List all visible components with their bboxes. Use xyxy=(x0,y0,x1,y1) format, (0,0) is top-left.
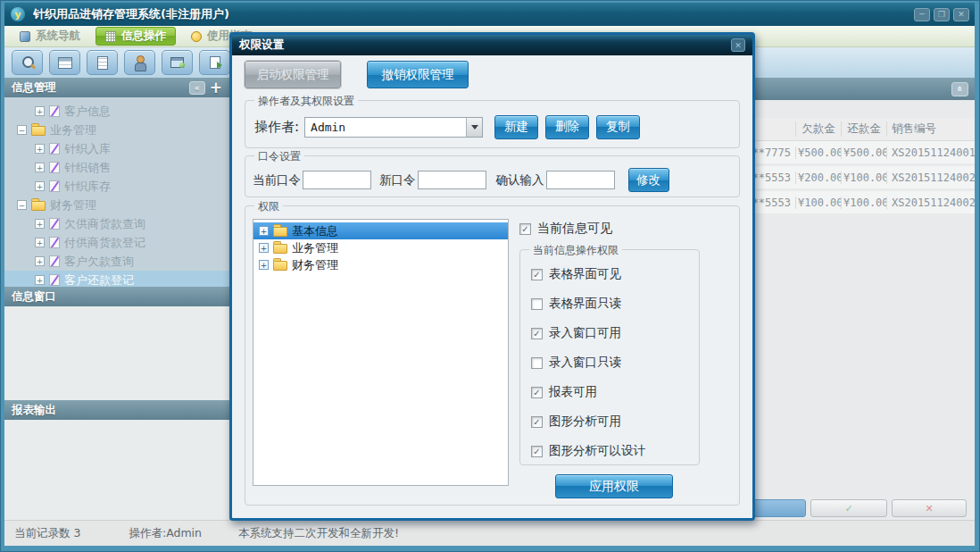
grid-icon xyxy=(105,31,116,42)
tab-system-nav[interactable]: 系统导航 xyxy=(11,27,89,46)
checkbox-icon xyxy=(519,223,531,235)
panel-collapse-button[interactable]: « xyxy=(951,82,968,96)
expander-icon[interactable] xyxy=(35,256,45,266)
dialog-titlebar: 权限设置 ✕ xyxy=(232,35,752,55)
checkbox-icon xyxy=(531,357,543,369)
export-button[interactable] xyxy=(199,50,230,75)
folder-icon xyxy=(273,227,287,237)
operator-group: 操作者及其权限设置 操作者: Admin 新建 删除 复制 xyxy=(245,100,740,148)
new-password-field[interactable] xyxy=(418,171,486,189)
user-icon xyxy=(132,54,148,71)
sidebar-collapse-button[interactable]: « xyxy=(189,81,205,95)
tree-item-knit-stock[interactable]: 针织库存 xyxy=(4,177,229,196)
perm-tree-finance-mgmt[interactable]: 财务管理 xyxy=(253,256,508,273)
window-icon xyxy=(170,57,184,68)
expander-icon[interactable] xyxy=(17,200,27,210)
tree-item-label: 欠供商货款查询 xyxy=(64,216,145,232)
checkbox-label: 当前信息可见 xyxy=(537,221,612,237)
column-sales-number: 销售编号 xyxy=(886,121,975,137)
expander-icon[interactable] xyxy=(17,125,27,135)
tree-folder-finance-mgmt[interactable]: 财务管理 xyxy=(4,196,229,214)
checkbox-grid-visible[interactable]: 表格界面可见 xyxy=(531,266,688,282)
new-operator-button[interactable]: 新建 xyxy=(494,115,538,139)
checkbox-icon xyxy=(531,328,543,339)
apply-permission-button[interactable]: 应用权限 xyxy=(555,474,673,498)
checkbox-grid-readonly[interactable]: 表格界面只读 xyxy=(531,296,688,312)
tree-item-supplier-debt-query[interactable]: 欠供商货款查询 xyxy=(4,214,229,233)
expander-icon[interactable] xyxy=(35,275,45,285)
table-icon xyxy=(58,57,72,69)
tree-item-customer-info[interactable]: 客户信息 xyxy=(4,102,229,121)
tree-item-label: 业务管理 xyxy=(50,122,96,138)
sidebar-header-info-mgmt: 信息管理 « + xyxy=(4,78,229,97)
column-debt-amount: 欠款金 xyxy=(795,121,841,137)
start-permission-button[interactable]: 启动权限管理 xyxy=(245,61,341,88)
folder-icon xyxy=(31,126,46,136)
sidebar-header-report-output: 报表输出 xyxy=(4,400,229,420)
operator-select[interactable]: Admin xyxy=(304,117,483,138)
checkbox-info-visible[interactable]: 当前信息可见 xyxy=(519,221,732,237)
tree-item-customer-debt-query[interactable]: 客户欠款查询 xyxy=(4,252,229,271)
tree-item-knit-sales[interactable]: 针织销售 xyxy=(4,158,229,177)
table-view-button[interactable] xyxy=(49,50,80,75)
modify-password-button[interactable]: 修改 xyxy=(628,168,669,192)
expander-icon[interactable] xyxy=(35,238,45,247)
revoke-permission-button[interactable]: 撤销权限管理 xyxy=(367,61,469,88)
record-count: 当前记录数 3 xyxy=(14,526,80,541)
checkbox-chart-usable[interactable]: 图形分析可用 xyxy=(531,414,688,430)
perm-tree-basic-info[interactable]: 基本信息 xyxy=(253,222,508,239)
tree-item-supplier-payment-reg[interactable]: 付供商货款登记 xyxy=(4,233,229,252)
expander-icon[interactable] xyxy=(35,219,45,229)
checkbox-entry-usable[interactable]: 录入窗口可用 xyxy=(531,325,688,341)
operator-label: 操作者: xyxy=(254,119,299,136)
search-icon xyxy=(20,54,36,71)
restore-button[interactable]: ❐ xyxy=(934,8,950,21)
operator-group-label: 操作者及其权限设置 xyxy=(254,94,358,109)
search-button[interactable] xyxy=(12,50,43,75)
user-button[interactable] xyxy=(124,50,155,75)
dialog-close-button[interactable]: ✕ xyxy=(731,38,745,52)
checkbox-entry-readonly[interactable]: 录入窗口只读 xyxy=(531,355,688,371)
current-operator: 操作者:Admin xyxy=(129,526,202,541)
operator-value: Admin xyxy=(305,121,466,134)
copy-operator-button[interactable]: 复制 xyxy=(596,115,640,139)
tab-info-operation[interactable]: 信息操作 xyxy=(96,27,176,46)
tree-item-label: 付供商货款登记 xyxy=(64,235,145,251)
record-card-icon xyxy=(49,105,60,117)
checkbox-icon xyxy=(531,446,543,457)
confirm-password-label: 确认输入 xyxy=(496,172,544,188)
expander-icon[interactable] xyxy=(35,181,45,191)
expander-icon[interactable] xyxy=(259,226,269,236)
tree-item-label: 针织入库 xyxy=(64,141,111,157)
checkbox-label: 报表可用 xyxy=(549,384,597,400)
record-card-icon xyxy=(49,237,60,248)
status-message: 本系统支持二次开发和全新开发! xyxy=(238,526,399,541)
export-icon xyxy=(210,56,220,69)
document-button[interactable] xyxy=(87,50,118,75)
window-close-button[interactable]: ✕ xyxy=(953,8,969,21)
confirm-password-field[interactable] xyxy=(546,171,615,189)
checkbox-chart-designable[interactable]: 图形分析可以设计 xyxy=(531,443,688,459)
record-card-icon xyxy=(49,162,60,173)
current-password-field[interactable] xyxy=(303,171,371,189)
perm-tree-business-mgmt[interactable]: 业务管理 xyxy=(253,239,508,256)
chevron-down-icon[interactable] xyxy=(466,118,482,137)
expander-icon[interactable] xyxy=(35,163,45,172)
cancel-button[interactable]: ✕ xyxy=(892,499,967,517)
delete-operator-button[interactable]: 删除 xyxy=(545,115,589,139)
expander-icon[interactable] xyxy=(35,106,45,116)
checkbox-report-usable[interactable]: 报表可用 xyxy=(531,384,688,400)
expander-icon[interactable] xyxy=(35,144,45,154)
expander-icon[interactable] xyxy=(259,260,269,270)
password-group: 口令设置 当前口令 新口令 确认输入 修改 xyxy=(245,155,740,197)
window-button[interactable] xyxy=(162,50,193,75)
record-card-icon xyxy=(49,180,60,192)
expander-icon[interactable] xyxy=(259,243,269,253)
confirm-button[interactable]: ✓ xyxy=(810,499,887,517)
tree-folder-business-mgmt[interactable]: 业务管理 xyxy=(4,121,229,139)
minimize-button[interactable]: ─ xyxy=(914,8,930,21)
window-titlebar: y 针织用品进销存管理系统(非注册用户) ─ ❐ ✕ xyxy=(4,3,975,26)
document-icon xyxy=(97,56,108,70)
tree-item-knit-inbound[interactable]: 针织入库 xyxy=(4,139,229,158)
sidebar-add-button[interactable]: + xyxy=(210,81,222,95)
